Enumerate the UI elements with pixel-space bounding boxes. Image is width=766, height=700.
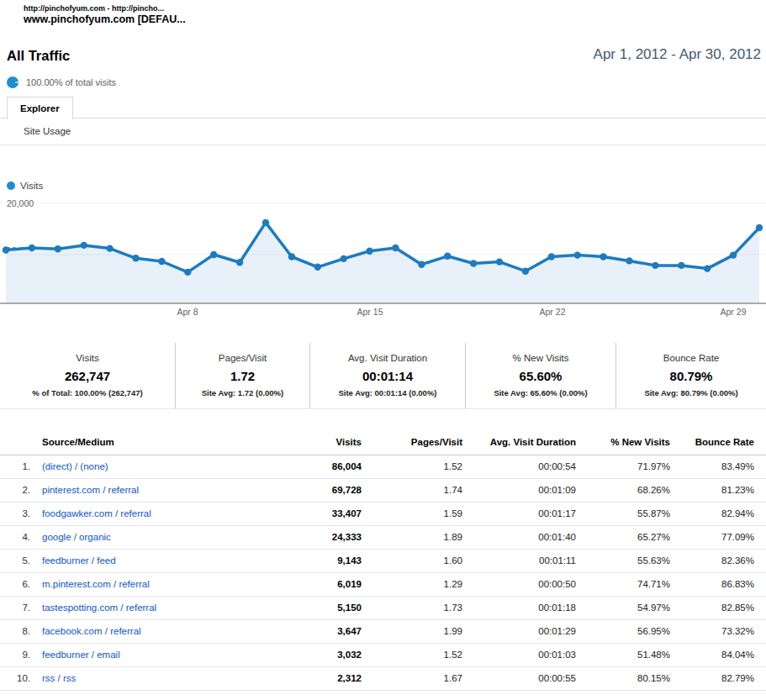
subtab-site-usage[interactable]: Site Usage: [24, 126, 71, 136]
pages-visit-cell: 1.89: [362, 525, 462, 549]
avg-duration-cell: 00:01:18: [462, 596, 576, 619]
summary-metrics: Visits 262,747 % of Total: 100.00% (262,…: [0, 343, 766, 409]
new-visits-cell: 54.97%: [576, 596, 670, 619]
source-medium-table: Source/Medium Visits Pages/Visit Avg. Vi…: [0, 430, 766, 691]
avg-duration-cell: 00:00:54: [462, 455, 576, 478]
tab-explorer[interactable]: Explorer: [7, 97, 73, 119]
visits-cell: 2,312: [321, 666, 362, 690]
account-subtitle: http://pinchofyum.com - http://pincho...: [24, 4, 164, 13]
visits-cell: 3,647: [321, 619, 362, 643]
visits-cell: 5,150: [321, 596, 362, 619]
source-medium-link[interactable]: rss / rss: [42, 673, 76, 683]
table-row: 1.(direct) / (none)86,0041.5200:00:5471.…: [0, 455, 766, 478]
metric-subtext: Site Avg: 00:01:14 (0.00%): [310, 388, 465, 397]
header-rank-spacer: [0, 430, 35, 455]
metric-label: Avg. Visit Duration: [310, 353, 465, 363]
avg-duration-cell: 00:01:29: [462, 619, 576, 643]
metric-visits: Visits 262,747 % of Total: 100.00% (262,…: [0, 343, 175, 408]
profile-title: www.pinchofyum.com [DEFAU...: [24, 13, 186, 25]
table-row: 4.google / organic24,3331.8900:01:4065.2…: [0, 525, 766, 549]
bounce-rate-cell: 73.32%: [670, 619, 766, 643]
pages-visit-cell: 1.67: [362, 666, 462, 690]
source-cell: facebook.com / referral: [35, 619, 321, 643]
row-rank: 4.: [0, 525, 35, 549]
bounce-rate-cell: 82.85%: [670, 596, 766, 619]
avg-duration-cell: 00:01:09: [462, 478, 576, 502]
source-cell: feedburner / email: [35, 643, 321, 666]
row-rank: 2.: [0, 478, 35, 502]
bounce-rate-cell: 82.36%: [670, 549, 766, 572]
page-title: All Traffic: [7, 48, 70, 64]
source-medium-link[interactable]: pinterest.com / referral: [42, 485, 139, 495]
source-medium-link[interactable]: m.pinterest.com / referral: [42, 579, 150, 589]
bounce-rate-cell: 86.83%: [670, 572, 766, 596]
table-row: 3.foodgawker.com / referral33,4071.5900:…: [0, 502, 766, 525]
visits-cell: 9,143: [321, 549, 362, 572]
source-medium-link[interactable]: feedburner / email: [42, 650, 120, 660]
column-header-new-visits[interactable]: % New Visits: [576, 430, 670, 455]
visits-cell: 3,032: [321, 643, 362, 666]
row-rank: 8.: [0, 619, 35, 643]
source-medium-link[interactable]: facebook.com / referral: [42, 626, 141, 636]
source-cell: feedburner / feed: [35, 549, 321, 572]
metric-subtext: Site Avg: 65.60% (0.00%): [466, 388, 615, 397]
bounce-rate-cell: 77.09%: [670, 525, 766, 549]
metric-value: 65.60%: [466, 369, 615, 383]
x-axis-tick: Apr 8: [177, 307, 198, 317]
new-visits-cell: 55.87%: [576, 502, 670, 525]
visits-cell: 86,004: [321, 455, 362, 478]
source-medium-link[interactable]: google / organic: [42, 532, 111, 542]
source-medium-link[interactable]: tastespotting.com / referral: [42, 603, 156, 613]
pages-visit-cell: 1.52: [362, 455, 462, 478]
row-rank: 5.: [0, 549, 35, 572]
new-visits-cell: 65.27%: [576, 525, 670, 549]
visits-series-dot-icon: [7, 182, 15, 190]
metric-label: Visits: [0, 353, 175, 363]
pages-visit-cell: 1.60: [362, 549, 462, 572]
source-medium-link[interactable]: foodgawker.com / referral: [42, 508, 151, 518]
source-cell: (direct) / (none): [35, 455, 321, 478]
visits-share-row: 100.00% of total visits: [7, 76, 116, 88]
metric-avg-visit-duration: Avg. Visit Duration 00:01:14 Site Avg: 0…: [309, 343, 465, 408]
visits-cell: 69,728: [321, 478, 362, 502]
tabstrip-divider: [0, 118, 766, 118]
column-header-source-medium[interactable]: Source/Medium: [35, 430, 321, 455]
legend-label: Visits: [20, 181, 43, 191]
avg-duration-cell: 00:01:17: [462, 502, 576, 525]
new-visits-cell: 51.48%: [576, 643, 670, 666]
metric-new-visits: % New Visits 65.60% Site Avg: 65.60% (0.…: [465, 343, 615, 408]
new-visits-cell: 71.97%: [576, 455, 670, 478]
source-medium-link[interactable]: (direct) / (none): [42, 461, 108, 471]
source-medium-link[interactable]: feedburner / feed: [42, 555, 116, 566]
table-row: 9.feedburner / email3,0321.5200:01:0351.…: [0, 643, 766, 666]
new-visits-cell: 55.63%: [576, 549, 670, 572]
bounce-rate-cell: 81.23%: [670, 478, 766, 502]
column-header-pages-visit[interactable]: Pages/Visit: [362, 430, 462, 455]
pages-visit-cell: 1.59: [362, 502, 462, 525]
chart-legend: Visits: [7, 181, 43, 191]
column-header-visits[interactable]: Visits: [321, 430, 362, 455]
date-range-selector[interactable]: Apr 1, 2012 - Apr 30, 2012: [594, 46, 761, 63]
source-cell: m.pinterest.com / referral: [35, 572, 321, 596]
row-rank: 9.: [0, 643, 35, 666]
column-header-bounce-rate[interactable]: Bounce Rate: [670, 430, 766, 455]
row-rank: 3.: [0, 502, 35, 525]
x-axis-tick: Apr 15: [357, 307, 383, 317]
pages-visit-cell: 1.29: [362, 572, 462, 596]
visits-line-chart: [0, 196, 766, 307]
source-cell: pinterest.com / referral: [35, 478, 321, 502]
metric-subtext: % of Total: 100.00% (262,747): [0, 388, 175, 397]
x-axis-tick: Apr 22: [540, 307, 566, 317]
metric-value: 80.79%: [616, 369, 766, 383]
metric-subtext: Site Avg: 1.72 (0.00%): [176, 388, 309, 397]
column-header-avg-visit-duration[interactable]: Avg. Visit Duration: [462, 430, 576, 455]
visits-cell: 6,019: [321, 572, 362, 596]
avg-duration-cell: 00:01:11: [462, 549, 576, 572]
row-rank: 6.: [0, 572, 35, 596]
table-row: 6.m.pinterest.com / referral6,0191.2900:…: [0, 572, 766, 596]
x-axis: Apr 8 Apr 15 Apr 22 Apr 29: [0, 307, 766, 318]
new-visits-cell: 68.26%: [576, 478, 670, 502]
metric-label: Pages/Visit: [176, 353, 309, 363]
metric-label: % New Visits: [466, 353, 615, 363]
bounce-rate-cell: 82.94%: [670, 502, 766, 525]
